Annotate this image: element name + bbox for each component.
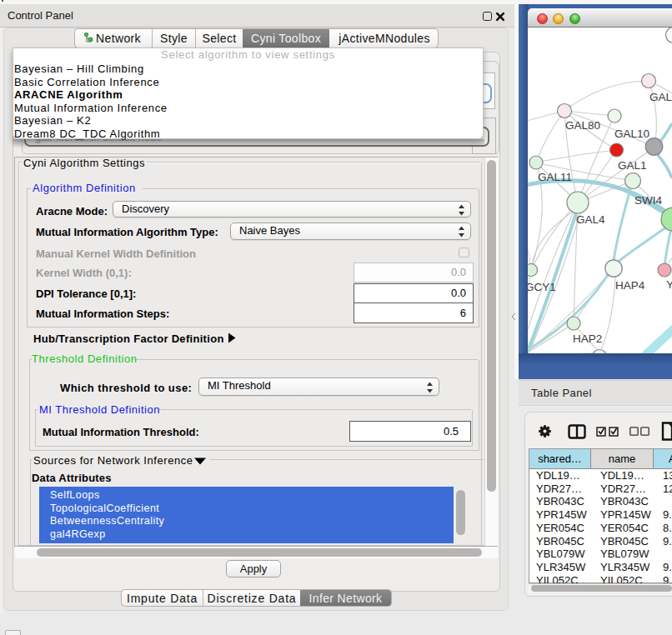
svg-text:GAL4: GAL4 bbox=[576, 213, 605, 226]
svg-text:HAP4: HAP4 bbox=[615, 279, 645, 292]
svg-text:GAL80: GAL80 bbox=[565, 119, 600, 132]
svg-text:GAL80: GAL80 bbox=[649, 91, 672, 103]
svg-text:GAL11: GAL11 bbox=[538, 171, 572, 183]
svg-text:GAL10: GAL10 bbox=[614, 128, 649, 140]
svg-text:GAL1: GAL1 bbox=[618, 159, 647, 172]
svg-text:YL: YL bbox=[666, 278, 672, 291]
svg-text:GCY1: GCY1 bbox=[528, 281, 556, 293]
svg-text:SWI4: SWI4 bbox=[634, 194, 662, 207]
svg-text:HAP2: HAP2 bbox=[573, 332, 602, 345]
